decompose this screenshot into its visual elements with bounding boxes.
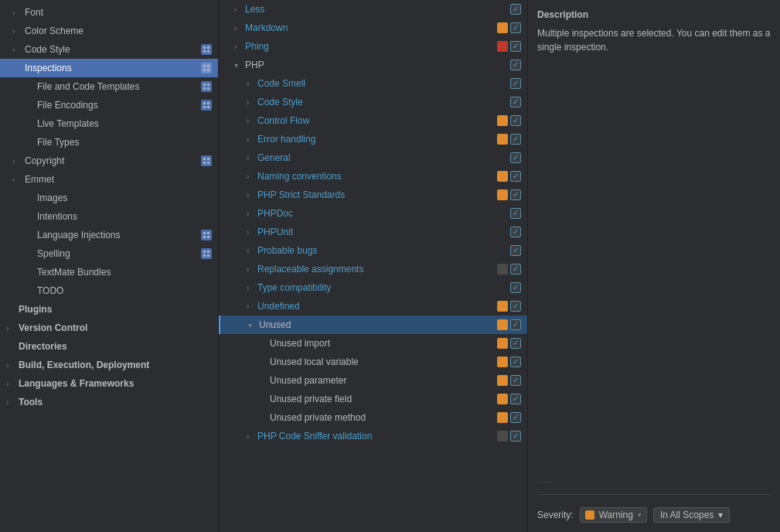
inspection-item-php[interactable]: ▾ PHP bbox=[219, 56, 527, 74]
inspection-checkbox[interactable] bbox=[510, 319, 521, 330]
settings-sidebar: › Font › Color Scheme › Code Style Inspe… bbox=[0, 0, 219, 532]
inspection-checkbox[interactable] bbox=[510, 245, 521, 256]
inspection-item-unused-parameter[interactable]: Unused parameter bbox=[219, 371, 527, 390]
inspection-checkbox[interactable] bbox=[510, 338, 521, 349]
sidebar-item-font[interactable]: › Font bbox=[0, 3, 218, 22]
inspection-item-replaceable-assignments[interactable]: › Replaceable assignments bbox=[219, 260, 527, 278]
inspection-controls bbox=[497, 301, 521, 312]
sidebar-item-language-injections[interactable]: Language Injections bbox=[0, 226, 218, 244]
sidebar-item-file-types[interactable]: File Types bbox=[0, 133, 218, 152]
inspection-item-unused-private-method[interactable]: Unused private method bbox=[219, 408, 527, 427]
inspection-label: Unused local variable bbox=[270, 356, 497, 367]
arrow-icon: › bbox=[6, 398, 15, 407]
inspection-checkbox[interactable] bbox=[510, 412, 521, 423]
sidebar-item-inspections[interactable]: Inspections bbox=[0, 59, 218, 77]
inspection-item-phing[interactable]: › Phing bbox=[219, 37, 527, 56]
inspection-checkbox[interactable] bbox=[510, 208, 521, 219]
svg-rect-6 bbox=[203, 69, 206, 71]
inspection-label: PHP Code Sniffer validation bbox=[257, 431, 497, 442]
arrow-icon: › bbox=[234, 43, 245, 51]
inspection-item-php-code-sniffer[interactable]: › PHP Code Sniffer validation bbox=[219, 427, 527, 445]
inspection-checkbox[interactable] bbox=[510, 97, 521, 107]
sidebar-group-plugins[interactable]: Plugins bbox=[0, 300, 218, 319]
severity-color bbox=[497, 412, 508, 423]
sidebar-item-copyright[interactable]: › Copyright bbox=[0, 152, 218, 170]
inspection-checkbox[interactable] bbox=[510, 301, 521, 312]
inspection-item-undefined[interactable]: › Undefined bbox=[219, 297, 527, 315]
inspection-item-probable-bugs[interactable]: › Probable bugs bbox=[219, 241, 527, 260]
severity-color bbox=[497, 41, 508, 52]
inspection-item-type-compatibility[interactable]: › Type compatibility bbox=[219, 278, 527, 297]
inspection-checkbox[interactable] bbox=[510, 22, 521, 33]
sidebar-group-tools[interactable]: › Tools bbox=[0, 393, 218, 411]
inspection-checkbox[interactable] bbox=[510, 394, 521, 404]
inspection-item-phpunit[interactable]: › PHPUnit bbox=[219, 223, 527, 241]
arrow-icon: › bbox=[247, 284, 257, 292]
inspection-checkbox[interactable] bbox=[510, 264, 521, 275]
divider bbox=[537, 494, 771, 495]
inspection-checkbox[interactable] bbox=[510, 41, 521, 52]
scope-value: In All Scopes bbox=[660, 510, 714, 520]
inspection-item-php-strict-standards[interactable]: › PHP Strict Standards bbox=[219, 186, 527, 204]
inspection-item-naming-conventions[interactable]: › Naming conventions bbox=[219, 167, 527, 186]
scope-dropdown[interactable]: In All Scopes ▾ bbox=[653, 507, 730, 523]
inspection-checkbox[interactable] bbox=[510, 60, 521, 70]
arrow-icon: › bbox=[12, 9, 22, 17]
inspection-checkbox[interactable] bbox=[510, 356, 521, 367]
sidebar-item-code-style[interactable]: › Code Style bbox=[0, 40, 218, 59]
inspection-item-phpdoc[interactable]: › PHPDoc bbox=[219, 204, 527, 223]
sidebar-item-images[interactable]: Images bbox=[0, 189, 218, 207]
inspection-controls bbox=[510, 152, 521, 163]
config-icon bbox=[201, 81, 212, 92]
sidebar-item-label: Code Style bbox=[25, 44, 198, 55]
svg-rect-23 bbox=[207, 236, 209, 238]
sidebar-item-emmet[interactable]: › Emmet bbox=[0, 170, 218, 189]
sidebar-group-build[interactable]: › Build, Execution, Deployment bbox=[0, 356, 218, 374]
inspection-item-unused-import[interactable]: Unused import bbox=[219, 334, 527, 353]
sidebar-item-textmate-bundles[interactable]: TextMate Bundles bbox=[0, 263, 218, 281]
inspection-checkbox[interactable] bbox=[510, 152, 521, 163]
inspection-checkbox[interactable] bbox=[510, 134, 521, 145]
arrow-icon: › bbox=[12, 27, 22, 36]
inspection-checkbox[interactable] bbox=[510, 189, 521, 200]
sidebar-item-file-encodings[interactable]: File Encodings bbox=[0, 96, 218, 114]
sidebar-item-label: Images bbox=[37, 193, 212, 203]
sidebar-item-intentions[interactable]: Intentions bbox=[0, 207, 218, 226]
inspection-checkbox[interactable] bbox=[510, 375, 521, 386]
svg-rect-27 bbox=[207, 254, 209, 257]
inspection-item-code-style[interactable]: › Code Style bbox=[219, 93, 527, 111]
sidebar-group-version-control[interactable]: › Version Control bbox=[0, 319, 218, 337]
inspection-checkbox[interactable] bbox=[510, 431, 521, 442]
inspection-controls bbox=[510, 282, 521, 293]
severity-dropdown[interactable]: Warning ▾ bbox=[580, 507, 647, 523]
inspection-item-control-flow[interactable]: › Control Flow bbox=[219, 111, 527, 130]
inspection-checkbox[interactable] bbox=[510, 78, 521, 89]
inspection-item-less[interactable]: › Less bbox=[219, 0, 527, 19]
inspection-item-code-smell[interactable]: › Code Smell bbox=[219, 74, 527, 93]
sidebar-item-todo[interactable]: TODO bbox=[0, 281, 218, 300]
inspection-checkbox[interactable] bbox=[510, 171, 521, 182]
inspection-checkbox[interactable] bbox=[510, 282, 521, 293]
inspection-item-markdown[interactable]: › Markdown bbox=[219, 19, 527, 37]
sidebar-item-live-templates[interactable]: Live Templates bbox=[0, 114, 218, 133]
arrow-icon: ▾ bbox=[248, 321, 259, 329]
svg-rect-7 bbox=[207, 69, 209, 71]
inspection-label: Control Flow bbox=[257, 115, 497, 126]
sidebar-group-directories[interactable]: Directories bbox=[0, 337, 218, 356]
sidebar-item-color-scheme[interactable]: › Color Scheme bbox=[0, 22, 218, 40]
inspection-item-general[interactable]: › General bbox=[219, 148, 527, 167]
inspection-item-error-handling[interactable]: › Error handling bbox=[219, 130, 527, 148]
inspection-checkbox[interactable] bbox=[510, 4, 521, 15]
svg-rect-2 bbox=[203, 50, 206, 53]
sidebar-group-languages[interactable]: › Languages & Frameworks bbox=[0, 374, 218, 393]
svg-rect-12 bbox=[203, 102, 206, 104]
arrow-icon: › bbox=[247, 228, 257, 237]
inspection-item-unused[interactable]: ▾ Unused bbox=[219, 315, 527, 334]
sidebar-item-file-and-code-templates[interactable]: File and Code Templates bbox=[0, 77, 218, 96]
inspection-checkbox[interactable] bbox=[510, 227, 521, 237]
inspection-item-unused-private-field[interactable]: Unused private field bbox=[219, 390, 527, 408]
inspection-item-unused-local-variable[interactable]: Unused local variable bbox=[219, 353, 527, 371]
inspection-checkbox[interactable] bbox=[510, 115, 521, 126]
inspection-controls bbox=[497, 356, 521, 367]
sidebar-item-spelling[interactable]: Spelling bbox=[0, 244, 218, 263]
